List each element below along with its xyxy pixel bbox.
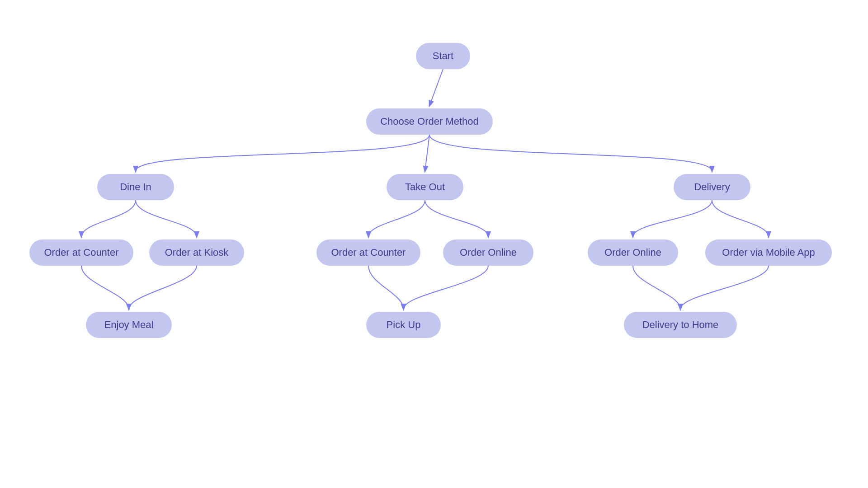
node-enjoyMeal[interactable]: Enjoy Meal (86, 312, 172, 338)
node-orderOnline2[interactable]: Order Online (588, 239, 678, 266)
node-pickUp[interactable]: Pick Up (366, 312, 441, 338)
node-chooseOrderMethod[interactable]: Choose Order Method (366, 108, 493, 135)
node-start[interactable]: Start (416, 43, 470, 69)
node-dineIn[interactable]: Dine In (97, 174, 174, 200)
node-orderAtCounter2[interactable]: Order at Counter (316, 239, 420, 266)
node-orderAtCounter1[interactable]: Order at Counter (29, 239, 133, 266)
node-deliveryToHome[interactable]: Delivery to Home (624, 312, 737, 338)
flowchart-diagram: StartChoose Order MethodDine InTake OutD… (0, 0, 868, 488)
node-orderViaMobileApp[interactable]: Order via Mobile App (705, 239, 832, 266)
node-delivery[interactable]: Delivery (674, 174, 750, 200)
node-orderAtKiosk[interactable]: Order at Kiosk (149, 239, 244, 266)
node-takeOut[interactable]: Take Out (387, 174, 463, 200)
node-orderOnline1[interactable]: Order Online (443, 239, 533, 266)
